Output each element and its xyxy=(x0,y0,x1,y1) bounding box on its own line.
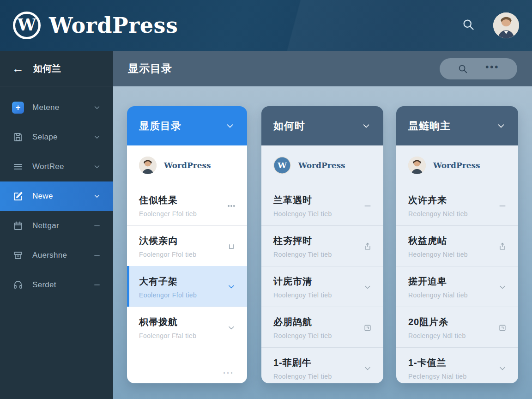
list-item[interactable]: 搓开迫卑Roolengoy Nial tieb xyxy=(396,266,518,307)
bracket-icon[interactable] xyxy=(227,242,236,251)
item-title: 1-菲剧牛 xyxy=(273,357,358,369)
chevron-down-icon[interactable] xyxy=(225,121,235,131)
card-title: 如何时 xyxy=(273,119,361,133)
wordpress-badge: W xyxy=(273,157,291,174)
calendar-icon xyxy=(12,220,24,232)
minus-icon[interactable] xyxy=(93,281,101,289)
sidebar-item-label: Nettgar xyxy=(32,221,85,230)
sidebar-item-auershne[interactable]: Auershne xyxy=(0,241,113,270)
chevron-down-icon[interactable] xyxy=(498,283,507,292)
card-brand-label: WordPress xyxy=(164,161,211,170)
item-subtitle: Reolengoy Niel tieb xyxy=(408,210,493,218)
sidebar-item-serdet[interactable]: Serdet xyxy=(0,270,113,300)
floppy-icon xyxy=(12,131,24,143)
sidebar-item-wortree[interactable]: WortRee xyxy=(0,152,113,181)
chevron-down-icon[interactable] xyxy=(227,323,236,332)
minus-icon[interactable] xyxy=(93,222,101,230)
sidebar-title: 如何兰 xyxy=(33,62,61,75)
list-item[interactable]: 1-卡值兰Peclengsy Nial tieb xyxy=(396,347,518,383)
chevron-down-icon[interactable] xyxy=(93,163,101,171)
sidebar-item-nettgar[interactable]: Nettgar xyxy=(0,211,113,241)
dash-icon[interactable] xyxy=(498,201,507,211)
wordpress-logo-icon: W xyxy=(13,12,41,39)
sidebar-item-label: Metene xyxy=(32,103,85,112)
item-subtitle: Roolengoy Nial tieb xyxy=(408,291,493,299)
search-icon[interactable] xyxy=(462,18,475,33)
item-title: 20阻片杀 xyxy=(408,316,493,328)
list-item[interactable]: 汏候亲禸Foolengor Ffol tieb xyxy=(127,225,247,266)
list-item[interactable]: 计庑市清Hoolengoy Tiel tieb xyxy=(261,266,383,307)
sidebar-item-label: WortRee xyxy=(32,162,85,171)
chevron-down-icon[interactable] xyxy=(93,103,101,112)
list-item[interactable]: 枳帚拨航Foolengor Ffal tieb xyxy=(127,307,247,347)
item-subtitle: Heolengoy Niel tieb xyxy=(408,251,493,258)
sidebar-item-metene[interactable]: +Metene xyxy=(0,93,113,122)
hamburger-icon xyxy=(12,161,24,173)
svg-text:W: W xyxy=(277,161,287,170)
share-icon[interactable] xyxy=(363,242,372,251)
chevron-down-icon[interactable] xyxy=(93,192,101,200)
card-title: 显质目录 xyxy=(139,119,225,133)
item-title: 枳帚拨航 xyxy=(139,316,222,328)
item-subtitle: Hoolengoy Tiel tieb xyxy=(273,210,358,218)
item-subtitle: Peclengsy Nial tieb xyxy=(408,373,493,380)
sidebar-item-newe[interactable]: Newe xyxy=(0,181,113,211)
item-title: 兰革遇时 xyxy=(273,194,358,206)
item-title: 汏候亲禸 xyxy=(139,235,222,247)
item-title: 1-卡值兰 xyxy=(408,357,493,369)
card-header[interactable]: 如何时 xyxy=(261,106,383,145)
item-title: 柱夯抨时 xyxy=(273,235,358,247)
card-title: 昷鲢晌主 xyxy=(408,119,496,133)
directory-card-3: 昷鲢晌主WordPress次许卉来Reolengoy Niel tieb秋益虎岾… xyxy=(396,106,518,383)
edit-icon xyxy=(12,190,24,202)
list-item[interactable]: 次许卉来Reolengoy Niel tieb xyxy=(396,185,518,225)
chevron-down-icon[interactable] xyxy=(93,133,101,141)
back-arrow-icon[interactable]: ← xyxy=(12,62,24,74)
page-toolbar: 显示目录 ••• xyxy=(113,51,532,86)
sidebar-item-label: Auershne xyxy=(32,251,85,260)
chevron-down-icon[interactable] xyxy=(363,283,372,292)
card-header[interactable]: 昷鲢晌主 xyxy=(396,106,518,145)
item-title: 计庑市清 xyxy=(273,275,358,288)
brand-name: WordPress xyxy=(49,13,178,38)
item-subtitle: Eoolengor Ffol tieb xyxy=(139,291,222,299)
list-item[interactable]: 大有子架Eoolengor Ffol tieb xyxy=(127,266,247,307)
item-title: 次许卉来 xyxy=(408,194,493,206)
list-item[interactable]: 柱夯抨时Roolengoy Tiel tieb xyxy=(261,225,383,266)
toolbar-actions[interactable]: ••• xyxy=(440,58,517,79)
chevron-down-icon[interactable] xyxy=(498,364,507,373)
card-brand-row: WWordPress xyxy=(261,145,383,185)
item-subtitle: Roclengey Ndl tieb xyxy=(408,332,493,339)
list-item[interactable]: 必朋鸪航Roolengoy Tiel tieb xyxy=(261,307,383,347)
chevron-down-icon[interactable] xyxy=(361,121,371,131)
directory-card-1: 显质目录WordPress住似牲杲Eoolenger Ffol tieb汏候亲禸… xyxy=(127,106,247,383)
woman-photo-avatar xyxy=(139,157,157,174)
frame-icon[interactable] xyxy=(498,323,507,332)
more-options-icon[interactable]: ••• xyxy=(485,67,499,71)
card-header[interactable]: 显质目录 xyxy=(127,106,247,145)
chevron-down-icon[interactable] xyxy=(496,121,506,131)
list-item[interactable]: 住似牲杲Eoolenger Ffol tieb xyxy=(127,185,247,225)
card-brand-label: WordPress xyxy=(433,161,480,170)
list-item[interactable]: 20阻片杀Roclengey Ndl tieb xyxy=(396,307,518,347)
list-item[interactable]: 兰革遇时Hoolengoy Tiel tieb xyxy=(261,185,383,225)
card-footer-ellipsis-icon[interactable]: ··· xyxy=(127,367,247,383)
ellipsis-icon[interactable] xyxy=(227,201,236,211)
dash-icon[interactable] xyxy=(363,201,372,211)
user-avatar[interactable] xyxy=(493,12,519,38)
sidebar: ← 如何兰 +MeteneSelapeWortReeNeweNettgarAue… xyxy=(0,51,113,399)
directory-card-2: 如何时WWordPress兰革遇时Hoolengoy Tiel tieb柱夯抨时… xyxy=(261,106,383,383)
woman-photo-avatar xyxy=(408,157,426,174)
bookmark-plus-icon: + xyxy=(12,102,24,114)
sidebar-item-selape[interactable]: Selape xyxy=(0,122,113,152)
chevron-down-icon[interactable] xyxy=(363,364,372,373)
chevron-down-icon[interactable] xyxy=(227,282,236,291)
list-item[interactable]: 秋益虎岾Heolengoy Niel tieb xyxy=(396,225,518,266)
wordpress-brand: W WordPress xyxy=(13,12,178,39)
frame-icon[interactable] xyxy=(363,323,372,332)
headset-icon xyxy=(12,279,24,291)
minus-icon[interactable] xyxy=(93,251,101,260)
list-item[interactable]: 1-菲剧牛Roolengoy Tiel tieb xyxy=(261,347,383,383)
search-icon xyxy=(458,64,468,74)
share-icon[interactable] xyxy=(498,242,507,251)
